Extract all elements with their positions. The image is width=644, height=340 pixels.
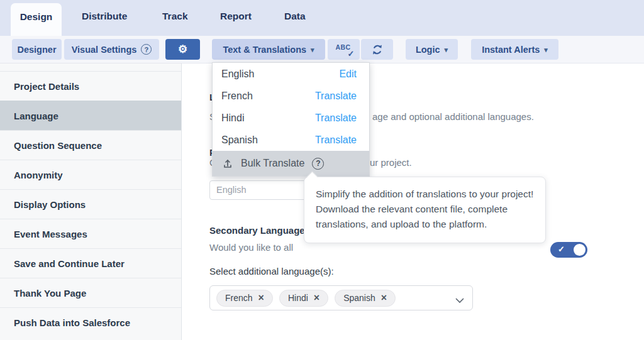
primary-subtitle-end: ur project. <box>370 157 412 168</box>
check-icon: ✓ <box>558 244 565 254</box>
designer-button-label: Designer <box>17 45 56 55</box>
sidebar-item-thank-you-page[interactable]: Thank You Page <box>0 278 181 307</box>
tooltip-text: Simplify the addition of translations to… <box>316 189 533 229</box>
menu-language-label: English <box>221 69 254 80</box>
find-replace-button[interactable] <box>361 39 393 60</box>
menu-row-english: English Edit <box>213 63 369 85</box>
sidebar-item-project-details[interactable]: Project Details <box>0 71 181 101</box>
logic-button-label: Logic <box>416 45 440 55</box>
additional-languages-select[interactable]: French × Hindi × Spanish × <box>209 285 473 310</box>
translations-dropdown-menu: English Edit French Translate Hindi Tran… <box>212 62 370 177</box>
sidebar-item-anonymity[interactable]: Anonymity <box>0 160 181 189</box>
chip-french-label: French <box>225 293 253 303</box>
tab-distribute[interactable]: Distribute <box>82 11 127 22</box>
chip-hindi-label: Hindi <box>288 293 308 303</box>
edit-link[interactable]: Edit <box>339 69 357 80</box>
tab-report[interactable]: Report <box>220 11 252 22</box>
tab-design[interactable]: Design <box>11 3 62 36</box>
caret-down-icon: ▾ <box>445 45 448 53</box>
tab-data[interactable]: Data <box>284 11 306 22</box>
chip-spanish: Spanish × <box>335 290 396 307</box>
bulk-translate-label: Bulk Translate <box>241 158 304 169</box>
tab-track[interactable]: Track <box>162 11 188 22</box>
instant-alerts-button[interactable]: Instant Alerts ▾ <box>471 39 558 60</box>
sidebar-item-display-options[interactable]: Display Options <box>0 189 181 219</box>
sidebar-item-language[interactable]: Language <box>0 101 181 130</box>
chevron-down-icon[interactable] <box>455 295 464 306</box>
chip-french: French × <box>216 290 273 307</box>
sidebar-item-question-sequence[interactable]: Question Sequence <box>0 130 181 160</box>
instant-alerts-label: Instant Alerts <box>482 45 540 55</box>
menu-language-label: Spanish <box>221 134 258 146</box>
menu-language-label: French <box>221 90 253 102</box>
menu-language-label: Hindi <box>221 112 244 124</box>
settings-sidebar: Project Details Language Question Sequen… <box>0 63 182 340</box>
bulk-translate-tooltip: Simplify the addition of translations to… <box>304 177 546 243</box>
gear-icon: ⚙ <box>178 43 187 56</box>
toggle-knob <box>574 244 586 256</box>
menu-row-french: French Translate <box>213 85 369 107</box>
design-toolbar: Designer Visual Settings ? ⚙ Text & Tran… <box>0 36 644 63</box>
translate-link[interactable]: Translate <box>315 90 357 102</box>
top-tab-bar: Design Distribute Track Report Data <box>0 0 644 36</box>
sidebar-item-push-data-salesforce[interactable]: Push Data into Salesforce <box>0 307 181 337</box>
sidebar-item-event-messages[interactable]: Event Messages <box>0 219 181 248</box>
chip-spanish-label: Spanish <box>343 293 375 303</box>
translate-link[interactable]: Translate <box>315 112 357 124</box>
text-translations-label: Text & Translations <box>223 45 306 55</box>
menu-row-hindi: Hindi Translate <box>213 107 369 129</box>
secondary-languages-toggle[interactable]: ✓ <box>550 242 587 258</box>
secondary-languages-heading: Secondary Languages <box>209 225 310 236</box>
caret-down-icon: ▾ <box>544 45 548 53</box>
logic-button[interactable]: Logic ▾ <box>406 39 458 60</box>
upload-icon <box>222 158 233 169</box>
visual-settings-label: Visual Settings <box>72 45 137 55</box>
bulk-translate-item[interactable]: Bulk Translate ? <box>213 151 369 176</box>
chip-hindi: Hindi × <box>279 290 328 307</box>
close-icon[interactable]: × <box>258 293 264 303</box>
sidebar-item-save-and-continue[interactable]: Save and Continue Later <box>0 248 181 278</box>
close-icon[interactable]: × <box>381 293 387 303</box>
designer-button[interactable]: Designer <box>12 39 62 60</box>
spellcheck-button[interactable]: ABC ✓ <box>328 39 360 60</box>
caret-down-icon: ▾ <box>311 45 314 53</box>
settings-gear-button[interactable]: ⚙ <box>165 39 200 60</box>
app-window: Design Distribute Track Report Data Desi… <box>0 0 644 340</box>
help-circle-icon[interactable]: ? <box>141 44 152 55</box>
sync-icon <box>371 43 384 56</box>
spellcheck-icon: ABC ✓ <box>336 43 352 56</box>
visual-settings-button[interactable]: Visual Settings ? <box>64 39 159 60</box>
translate-link[interactable]: Translate <box>315 134 357 146</box>
menu-row-spanish: Spanish Translate <box>213 129 369 151</box>
close-icon[interactable]: × <box>314 293 319 303</box>
language-subtitle-end: age and optional additional languages. <box>372 111 534 122</box>
secondary-languages-subtitle: Would you like to all <box>209 242 293 253</box>
help-circle-icon[interactable]: ? <box>312 158 324 170</box>
additional-languages-label: Select additional language(s): <box>209 266 334 277</box>
text-translations-button[interactable]: Text & Translations ▾ <box>212 39 325 60</box>
